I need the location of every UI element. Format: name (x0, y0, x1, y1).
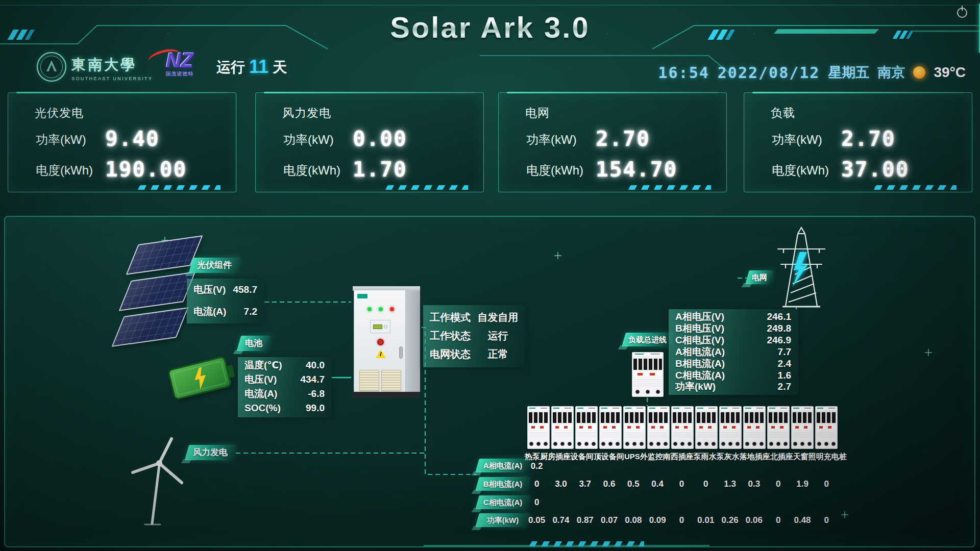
load-value-a-current (573, 461, 597, 471)
breaker-label-area (649, 431, 668, 439)
breaker-dials (744, 440, 765, 447)
load-value-c-current (815, 497, 839, 508)
breaker-toggles (673, 412, 693, 423)
load-value-a-current (597, 461, 621, 471)
seu-university-name: 東南大學 SOUTHEAST UNIVERSITY (71, 55, 153, 81)
sun-icon (913, 66, 925, 79)
load-values-a-current: 0.2 (525, 461, 839, 471)
card-slash-decor (382, 185, 468, 190)
breaker-label-area (673, 431, 692, 439)
power-button[interactable] (953, 4, 972, 22)
card-label: 功率(kW) (526, 132, 577, 148)
sparkle-icon (554, 252, 561, 259)
load-values-c-current: 0 (525, 497, 839, 508)
battery-soc-value: 99.0 (306, 403, 332, 414)
breaker-dials (600, 440, 621, 447)
phase-c-current-value: 1.6 (778, 370, 798, 381)
battery-row: 温度(℃)40.0 (238, 358, 332, 372)
battery-voltage-value: 434.7 (300, 374, 332, 385)
load-value-b-current: 3.0 (549, 479, 573, 489)
breaker-indicator (633, 371, 662, 377)
load-value-power: 0.74 (549, 515, 573, 525)
cabinet-vents (359, 370, 401, 391)
load-value-power: 0.06 (742, 515, 766, 525)
circuit-breaker (527, 406, 550, 449)
card-value: 0.00 (353, 127, 407, 151)
load-name-label: 南西插座 (663, 452, 694, 462)
circuit-breaker (623, 406, 646, 449)
cabinet-side (406, 290, 420, 392)
breaker-dials (552, 440, 573, 447)
breaker-dials (696, 440, 717, 447)
breaker-brand-strip (632, 353, 663, 357)
emergency-stop-button-icon (377, 339, 384, 345)
load-value-b-current: 0 (766, 479, 790, 489)
load-value-c-current (549, 497, 573, 508)
load-value-c-current (573, 497, 597, 508)
grid-state-label: 电网状态 (424, 347, 471, 361)
cabinet-front (354, 290, 406, 394)
circuit-breaker (647, 406, 670, 449)
load-values-b-current: 03.03.70.60.50.4001.30.301.90 (525, 479, 839, 489)
load-value-a-current: 0.2 (525, 461, 549, 471)
feeder-power-value: 2.7 (778, 381, 798, 392)
pv-row: 电压(V)458.7 (187, 279, 264, 300)
inverter-status-panel: 工作模式自发自用 工作状态运行 电网状态正常 (423, 305, 525, 367)
load-value-power: 0.87 (573, 515, 597, 525)
status-row: 电网状态正常 (424, 345, 525, 363)
phase-c-voltage-value: 246.9 (767, 335, 798, 346)
load-value-c-current (742, 497, 766, 508)
pv-current-value: 7.2 (244, 306, 264, 317)
battery-temp-label: 温度(℃) (238, 359, 282, 372)
cabinet-handle (399, 346, 403, 359)
card-title: 负载 (771, 105, 795, 121)
breaker-indicator (745, 424, 765, 430)
circuit-breaker (767, 406, 790, 449)
row-banner-power: 功率(kW) (477, 513, 528, 527)
card-label: 电度(kWh) (36, 162, 93, 179)
load-value-power: 0.05 (525, 515, 549, 525)
load-name-label: 充电桩 (824, 452, 847, 462)
load-values-power: 0.050.740.870.070.080.0900.010.260.0600.… (525, 515, 839, 525)
breaker-toggles (601, 412, 621, 423)
breaker-dials (672, 440, 693, 447)
breaker-toggles (793, 412, 813, 423)
warning-triangle-icon (376, 349, 386, 358)
breaker-dials (528, 440, 549, 447)
load-value-power: 0.48 (790, 515, 814, 525)
breaker-label-area (817, 431, 836, 439)
load-value-c-current: 0 (525, 497, 549, 508)
breaker-label-area (697, 431, 716, 439)
load-value-a-current (549, 461, 573, 471)
seu-subtitle-text: SOUTHEAST UNIVERSITY (71, 76, 153, 81)
load-value-power: 0 (766, 515, 790, 525)
breaker-brand-strip (648, 407, 669, 411)
load-value-b-current: 0 (525, 479, 549, 489)
card-slash-decor (625, 185, 711, 190)
card-label: 功率(kW) (772, 132, 822, 148)
breaker-indicator (721, 424, 741, 430)
runtime-counter: 运行11天 (216, 56, 287, 78)
circuit-breaker (791, 406, 814, 449)
load-name-label: 外监控 (640, 452, 663, 462)
load-name-label: 泵灰水 (717, 452, 740, 462)
load-value-a-current (790, 461, 814, 471)
breaker-toggles (649, 412, 669, 423)
breaker-label-area (577, 431, 596, 439)
breaker-indicator (529, 424, 549, 430)
breaker-brand-strip (768, 407, 789, 411)
load-value-power: 0.26 (718, 515, 742, 525)
cabinet-display (370, 320, 390, 333)
pv-voltage-value: 458.7 (233, 284, 264, 295)
city-label: 南京 (877, 63, 905, 82)
breaker-indicator (697, 424, 717, 430)
breaker-toggles (577, 412, 597, 423)
solar-ark-dashboard: Solar Ark 3.0 東南大學 SOUTHEAST UNIVERSITY … (0, 0, 980, 551)
load-value-power: 0.07 (597, 515, 621, 525)
feeder-circuit-breaker (632, 352, 664, 397)
cabinet-base (352, 392, 419, 398)
inverter-cabinet-graphic (350, 283, 421, 399)
load-value-a-current (694, 461, 718, 471)
card-value: 2.70 (596, 127, 650, 151)
load-value-b-current: 0 (815, 479, 839, 489)
